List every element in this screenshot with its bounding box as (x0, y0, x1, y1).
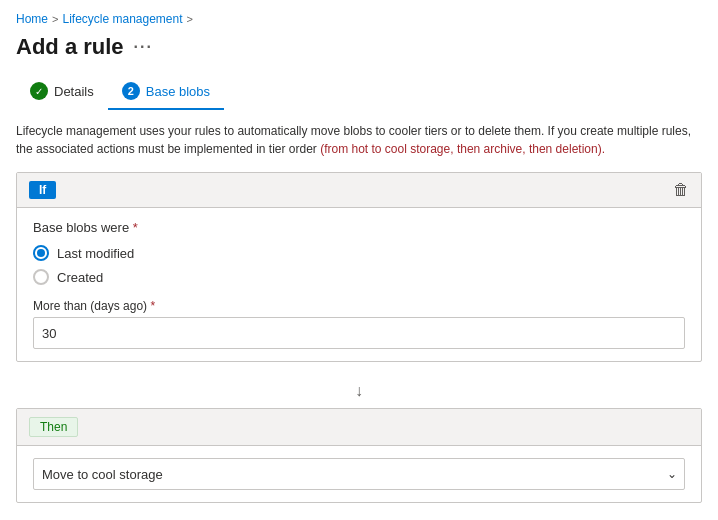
then-badge: Then (29, 417, 78, 437)
radio-group: Last modified Created (33, 245, 685, 285)
then-card-header: Then (17, 409, 701, 446)
then-card-body: Move to cool storage Move to archive sto… (17, 446, 701, 502)
if-card-header: If 🗑 (17, 173, 701, 208)
if-card-body: Base blobs were * Last modified Created … (17, 208, 701, 361)
radio-label-created: Created (57, 270, 103, 285)
breadcrumb-home[interactable]: Home (16, 12, 48, 26)
radio-created[interactable]: Created (33, 269, 685, 285)
tab-base-blobs[interactable]: 2 Base blobs (108, 74, 224, 110)
radio-circle-last-modified (33, 245, 49, 261)
breadcrumb-sep1: > (52, 13, 58, 25)
breadcrumb-sep2: > (187, 13, 193, 25)
radio-last-modified[interactable]: Last modified (33, 245, 685, 261)
page-title: Add a rule (16, 34, 124, 60)
info-text: Lifecycle management uses your rules to … (16, 122, 702, 158)
radio-circle-created (33, 269, 49, 285)
action-select[interactable]: Move to cool storage Move to archive sto… (33, 458, 685, 490)
days-input[interactable] (33, 317, 685, 349)
check-icon: ✓ (30, 82, 48, 100)
days-label: More than (days ago) * (33, 299, 685, 313)
if-card: If 🗑 Base blobs were * Last modified Cre… (16, 172, 702, 362)
breadcrumb: Home > Lifecycle management > (16, 12, 702, 26)
info-text-highlight: (from hot to cool storage, then archive,… (320, 142, 605, 156)
tabs: ✓ Details 2 Base blobs (16, 74, 702, 110)
if-badge: If (29, 181, 56, 199)
base-blobs-label: Base blobs were * (33, 220, 685, 235)
tab-details-label: Details (54, 84, 94, 99)
tab-number-badge: 2 (122, 82, 140, 100)
required-marker: * (133, 220, 138, 235)
more-options-icon[interactable]: ··· (134, 38, 153, 56)
days-required: * (150, 299, 155, 313)
delete-icon[interactable]: 🗑 (673, 181, 689, 199)
page-header: Add a rule ··· (16, 34, 702, 60)
tab-base-blobs-label: Base blobs (146, 84, 210, 99)
tab-details[interactable]: ✓ Details (16, 74, 108, 110)
arrow-down: ↓ (16, 374, 702, 408)
down-arrow-icon: ↓ (355, 382, 363, 400)
radio-label-last-modified: Last modified (57, 246, 134, 261)
action-select-wrapper: Move to cool storage Move to archive sto… (33, 458, 685, 490)
then-card: Then Move to cool storage Move to archiv… (16, 408, 702, 503)
breadcrumb-lifecycle[interactable]: Lifecycle management (62, 12, 182, 26)
